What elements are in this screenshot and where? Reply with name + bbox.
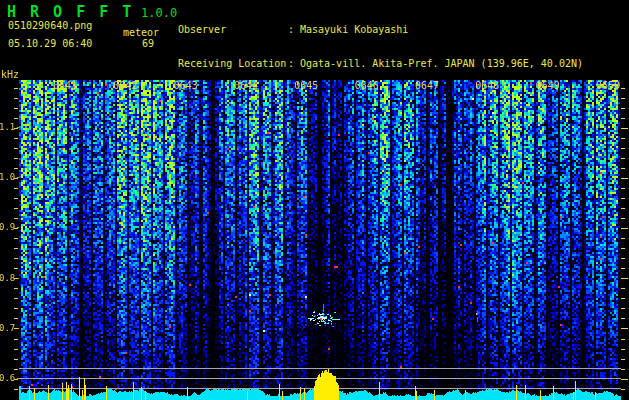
hrofft-window: H R O F F T 1.0.0 0510290640.png meteor … [0,0,629,400]
freq-axis-unit-label: kHz [1,69,19,80]
spectrogram-overlay-canvas [0,0,629,400]
